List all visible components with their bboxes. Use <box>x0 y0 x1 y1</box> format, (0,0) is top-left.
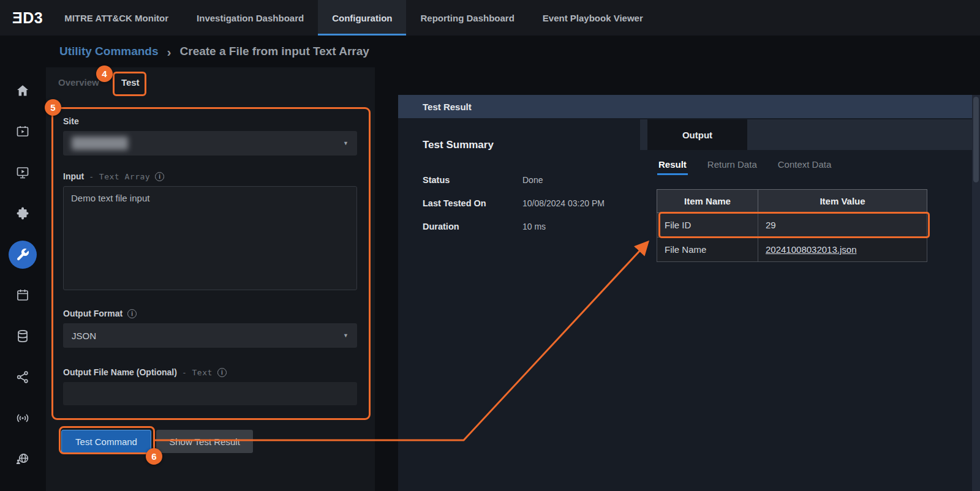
output-format-select[interactable]: JSON ▼ <box>63 323 357 348</box>
test-result-title: Test Result <box>423 102 472 112</box>
input-textarea[interactable]: Demo text file input <box>63 186 357 290</box>
site-label: Site <box>63 116 79 126</box>
output-file-name-type-hint: - Text <box>182 368 213 377</box>
output-tab-strip: Output <box>640 119 972 150</box>
breadcrumb: Utility Commands › Create a File from in… <box>46 36 980 67</box>
share-nodes-icon[interactable] <box>9 363 37 391</box>
last-tested-label: Last Tested On <box>423 197 522 210</box>
duration-value: 10 ms <box>522 220 546 233</box>
vertical-scrollbar[interactable] <box>972 95 980 491</box>
test-summary: Test Summary Status Done Last Tested On … <box>423 139 625 243</box>
calendar-icon[interactable] <box>9 281 37 309</box>
summary-row-duration: Duration 10 ms <box>423 220 625 233</box>
subtab-return-data[interactable]: Return Data <box>707 159 757 170</box>
home-icon[interactable] <box>9 77 37 105</box>
monitor-play-icon[interactable] <box>9 118 37 146</box>
output-file-name-label: Output File Name (Optional) <box>63 367 177 377</box>
screen-play-icon[interactable] <box>9 159 37 187</box>
file-name-name-cell: File Name <box>657 238 758 262</box>
duration-label: Duration <box>423 220 522 233</box>
test-command-form: Site ▼ Input - Text Array i Demo text fi… <box>63 116 357 405</box>
form-actions: Test Command Show Test Result <box>61 430 253 453</box>
subtab-result[interactable]: Result <box>658 159 687 170</box>
status-label: Status <box>423 173 522 187</box>
nav-item-reporting-dashboard[interactable]: Reporting Dashboard <box>406 0 528 36</box>
input-type-hint: - Text Array <box>89 172 150 181</box>
chevron-down-icon: ▼ <box>343 140 349 146</box>
output-format-label: Output Format <box>63 309 123 318</box>
broadcast-icon[interactable] <box>9 404 37 432</box>
show-test-result-button[interactable]: Show Test Result <box>156 430 253 453</box>
file-name-link[interactable]: 20241008032013.json <box>766 244 856 255</box>
output-format-value: JSON <box>72 331 96 341</box>
redacted-site-value <box>72 137 128 150</box>
subtab-context-data[interactable]: Context Data <box>778 159 832 170</box>
nav-item-investigation-dashboard[interactable]: Investigation Dashboard <box>183 0 318 36</box>
site-select[interactable]: ▼ <box>63 131 357 156</box>
chevron-down-icon: ▼ <box>343 332 349 339</box>
scrollbar-thumb[interactable] <box>973 97 979 182</box>
info-icon[interactable]: i <box>155 172 164 181</box>
tab-overview[interactable]: Overview <box>58 77 99 88</box>
output-file-name-input[interactable] <box>63 382 357 405</box>
output-section: Output Result Return Data Context Data I… <box>640 119 972 491</box>
puzzle-icon[interactable] <box>9 200 37 228</box>
nav-item-mitre-attck-monitor[interactable]: MITRE ATT&CK Monitor <box>50 0 183 36</box>
tools-icon[interactable] <box>9 241 37 269</box>
nav-item-configuration[interactable]: Configuration <box>318 0 406 36</box>
test-summary-title: Test Summary <box>423 139 625 151</box>
tab-output[interactable]: Output <box>647 119 747 150</box>
file-id-value-cell: 29 <box>758 213 927 238</box>
file-id-name-cell: File ID <box>657 213 758 238</box>
panel-tabs: Overview Test <box>46 67 375 88</box>
last-tested-value: 10/08/2024 03:20 PM <box>522 197 605 210</box>
info-icon[interactable]: i <box>217 368 227 377</box>
table-row-file-name: File Name 20241008032013.json <box>657 238 927 262</box>
column-header-item-name: Item Name <box>657 190 758 213</box>
command-detail-panel: Overview Test Site ▼ Input - Text Array … <box>46 67 375 491</box>
output-subtabs: Result Return Data Context Data <box>640 150 972 178</box>
info-icon[interactable]: i <box>127 309 137 318</box>
test-result-header: Test Result <box>398 95 980 118</box>
summary-row-last-tested: Last Tested On 10/08/2024 03:20 PM <box>423 197 625 210</box>
result-table: Item Name Item Value File ID 29 File Nam… <box>657 189 927 262</box>
test-command-button[interactable]: Test Command <box>61 430 151 453</box>
chevron-right-icon: › <box>167 45 172 58</box>
top-navigation: ƎD3 MITRE ATT&CK Monitor Investigation D… <box>0 0 980 36</box>
page-title: Create a File from input Text Array <box>180 45 369 58</box>
summary-row-status: Status Done <box>423 173 625 187</box>
document-pen-icon[interactable] <box>9 485 37 491</box>
status-value: Done <box>522 173 543 187</box>
icon-sidebar <box>0 36 46 491</box>
input-label: Input <box>63 171 84 181</box>
tab-test[interactable]: Test <box>121 77 140 88</box>
breadcrumb-utility-commands[interactable]: Utility Commands <box>59 45 159 58</box>
d3-logo[interactable]: ƎD3 <box>0 0 50 36</box>
globe-user-icon[interactable] <box>9 444 37 473</box>
table-row-file-id: File ID 29 <box>657 213 927 238</box>
test-result-panel: Test Result Test Summary Status Done Las… <box>398 95 980 491</box>
column-header-item-value: Item Value <box>758 190 927 213</box>
database-icon[interactable] <box>9 322 37 350</box>
nav-item-event-playbook-viewer[interactable]: Event Playbook Viewer <box>529 0 657 36</box>
